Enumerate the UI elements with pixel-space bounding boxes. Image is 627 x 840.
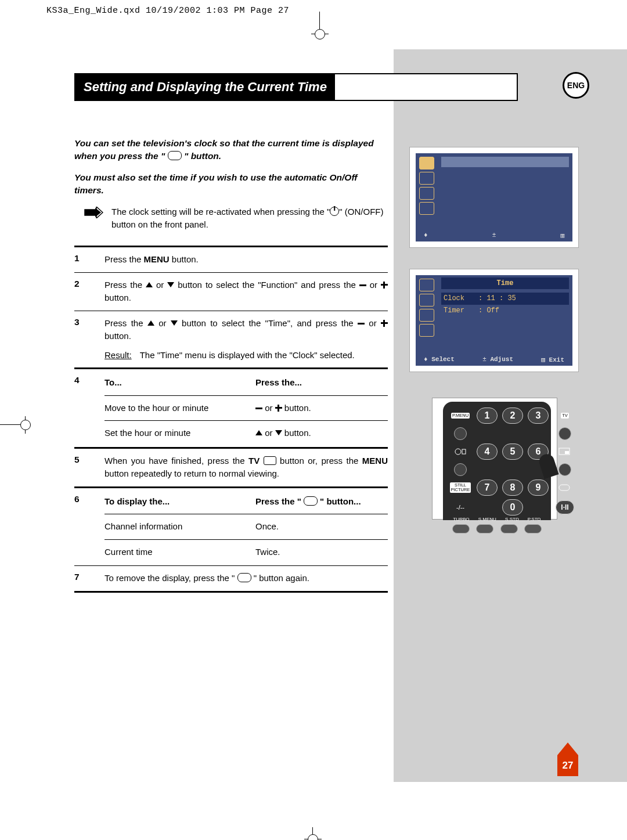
remote-pill-button: [524, 524, 542, 533]
down-arrow-icon: [171, 320, 178, 326]
down-arrow-icon: [167, 282, 174, 287]
svg-rect-4: [559, 485, 570, 491]
remote-pill-button: [476, 524, 493, 533]
timer-icon: [454, 448, 467, 456]
remote-label-tv: TV: [561, 413, 569, 419]
plus-icon: [381, 320, 388, 327]
step-7: 7 To remove the display, press the " " b…: [74, 572, 388, 585]
remote-label-sstd: S.STD: [505, 517, 519, 522]
remote-button-3: 3: [528, 408, 549, 424]
osd-nav-select: ♦ Select: [424, 356, 455, 363]
osd-screenshot-time: Time Clock : 11 : 35 Timer : Off ♦ Selec…: [410, 269, 578, 372]
step-2: 2 Press the or button to select the "Fun…: [74, 279, 388, 305]
remote-button-0: 0: [502, 499, 523, 515]
remote-label-still: STILL PICTURE: [450, 482, 471, 493]
info-button-icon: [168, 151, 182, 160]
osd-menu-icon: [419, 279, 434, 291]
osd-menu-icon: [419, 324, 434, 337]
remote-label-slash: -/--: [456, 504, 464, 511]
remote-label-pstd: P.STD: [528, 517, 541, 522]
page-title-bar: Setting and Displaying the Current Time: [74, 73, 518, 101]
osd-menu-icon: [419, 294, 434, 307]
remote-button-2: 2: [502, 408, 523, 424]
osd-menu-icon: [419, 172, 434, 185]
note-text: The clock setting will be re-activated w…: [111, 206, 388, 231]
osd-menu-icon: [419, 309, 434, 322]
remote-small-button: [558, 427, 571, 440]
osd-clock-value: : 11 : 35: [478, 293, 516, 304]
crop-mark-top: [314, 12, 325, 35]
up-arrow-icon: [147, 320, 154, 326]
remote-small-button: [454, 427, 467, 440]
svg-point-0: [455, 449, 461, 455]
svg-rect-1: [462, 449, 466, 454]
page-number-triangle: [557, 742, 578, 755]
remote-button-4: 4: [477, 444, 498, 460]
osd-menu-icon: [419, 157, 434, 170]
step-4: 4 To... Press the... Move to the hour or…: [74, 375, 388, 441]
intro-paragraph-2: You must also set the time if you wish t…: [74, 171, 388, 197]
minus-icon: [359, 284, 366, 286]
remote-label-turbo: TURBO: [453, 517, 470, 522]
minus-icon: [358, 323, 365, 325]
language-badge: ENG: [563, 72, 589, 99]
pip-icon: [558, 448, 571, 456]
osd-menu-icon: [419, 187, 434, 200]
page-number: 27: [557, 755, 578, 776]
osd-clock-label: Clock: [444, 293, 478, 304]
remote-illustration: P.MENU 1 2 3 TV 4 5 6 STILL: [432, 398, 557, 520]
osd-timer-value: : Off: [478, 305, 499, 316]
page-title: Setting and Displaying the Current Time: [75, 74, 335, 100]
note-row: The clock setting will be re-activated w…: [84, 206, 388, 231]
remote-button-8: 8: [502, 480, 523, 496]
steps-list: 1 Press the MENU button. 2 Press the or …: [74, 246, 388, 593]
osd-timer-label: Timer: [444, 305, 478, 316]
osd-title: Time: [441, 277, 569, 289]
tv-button-icon: [264, 456, 276, 465]
step-5: 5 When you have finished, press the TV b…: [74, 455, 388, 481]
remote-label-pmenu: P.MENU: [451, 413, 470, 419]
remote-button-7: 7: [477, 480, 498, 496]
info-button-icon: [304, 496, 318, 506]
power-icon: [330, 207, 339, 216]
osd-nav-adjust-sym: ±: [492, 232, 496, 239]
step-6: 6 To display the... Press the " " button…: [74, 494, 388, 560]
remote-small-button: [454, 463, 467, 476]
info-button-icon: [237, 573, 251, 582]
plus-icon: [381, 282, 388, 289]
intro-paragraph-1: You can set the television's clock so th…: [74, 137, 388, 163]
remote-small-button: [558, 463, 571, 476]
step-1: 1 Press the MENU button.: [74, 253, 388, 266]
plus-icon: [275, 405, 282, 412]
osd-nav-exit: ▥ Exit: [541, 356, 564, 363]
up-arrow-icon: [146, 282, 153, 287]
svg-rect-3: [565, 451, 569, 454]
remote-button-1: 1: [477, 408, 498, 424]
remote-pill-button: [500, 524, 518, 533]
remote-button-audio: I·II: [556, 500, 574, 514]
step-3: 3 Press the or button to select the "Tim…: [74, 317, 388, 362]
osd-screenshot-blank: ♦ ± ▥: [410, 147, 578, 247]
osd-menu-icon: [419, 202, 434, 215]
osd-nav-exit-sym: ▥: [560, 232, 564, 239]
remote-button-5: 5: [502, 444, 523, 460]
remote-button-9: 9: [528, 480, 549, 496]
result-label: Result:: [105, 349, 132, 362]
content-column: You can set the television's clock so th…: [74, 137, 388, 599]
note-arrow-icon: [84, 207, 103, 218]
remote-label-smenu: S.MENU: [478, 517, 496, 522]
remote-pill-button: [452, 524, 470, 533]
osd-nav-select-sym: ♦: [424, 232, 428, 239]
info-icon: [558, 484, 571, 492]
up-arrow-icon: [255, 430, 262, 435]
minus-icon: [255, 408, 262, 409]
result-text: The "Time" menu is displayed with the "C…: [140, 349, 355, 362]
osd-nav-adjust: ± Adjust: [482, 356, 513, 363]
down-arrow-icon: [275, 430, 282, 435]
